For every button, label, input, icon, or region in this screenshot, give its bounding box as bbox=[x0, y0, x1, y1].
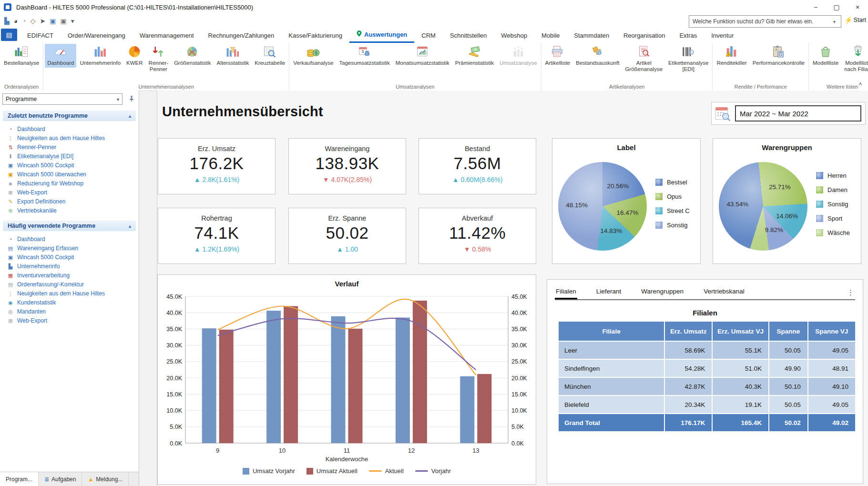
sidebar-item-reduzierung-für-webshop[interactable]: ◈Reduzierung für Webshop bbox=[0, 179, 139, 188]
ribbon-item-label: KWER bbox=[126, 60, 143, 66]
tab-warengruppen[interactable]: Warengruppen bbox=[640, 285, 684, 299]
pin-icon[interactable] bbox=[129, 95, 134, 104]
pie-chart-icon[interactable]: ◕ bbox=[14, 15, 18, 27]
sidebar-item-wincash-5000-cockpit[interactable]: ▣Wincash 5000 Cockpit bbox=[0, 161, 139, 170]
tab-filialen[interactable]: Filialen bbox=[555, 285, 577, 299]
tab-order-wareneingang[interactable]: Order/Wareneingang bbox=[61, 28, 133, 43]
ribbon-item-etikettenanalyse-edi[interactable]: Etikettenanalyse[EDI] bbox=[666, 44, 711, 74]
tab-reorganisation[interactable]: Reorganisation bbox=[616, 28, 672, 43]
tab-auswertungen[interactable]: Auswertungen bbox=[349, 28, 414, 43]
monitor-icon[interactable]: ▣ bbox=[50, 15, 56, 27]
more-icon[interactable]: ▾ bbox=[71, 15, 74, 27]
sidebar-item-mandanten[interactable]: ◎Mandanten bbox=[0, 307, 139, 316]
tab-kasse-fakturierung[interactable]: Kasse/Fakturierung bbox=[281, 28, 349, 43]
sidebar-section-häufig-verwendete-programme[interactable]: Häufig verwendete Programme▴ bbox=[3, 221, 136, 231]
tab-inventur[interactable]: Inventur bbox=[704, 28, 741, 43]
app-menu-button[interactable]: ▤ bbox=[1, 29, 17, 41]
cursor-icon[interactable]: ➤ bbox=[40, 15, 46, 27]
sidebar-item-ordererfassung-korrektur[interactable]: ▤Ordererfassung/-Korrektur bbox=[0, 280, 139, 289]
ribbon-group-artikelanalysen: Artikelliste?BestandsauskunftArtikelGröß… bbox=[541, 43, 713, 91]
ribbon-item-unternehmerinfo[interactable]: Unternehmerinfo bbox=[77, 44, 123, 68]
ribbon-item-artikelliste[interactable]: Artikelliste bbox=[543, 44, 572, 68]
ribbon-item-altersstatistik[interactable]: Altersstatistik bbox=[214, 44, 251, 68]
sidebar-item-web-export[interactable]: ⊞Web-Export bbox=[0, 188, 139, 197]
basket-icon[interactable]: ◇ bbox=[31, 15, 36, 27]
svg-text:20.0K: 20.0K bbox=[166, 375, 182, 382]
tab-lieferant[interactable]: Lieferant bbox=[595, 285, 623, 299]
bottom-tab-program[interactable]: Program... bbox=[0, 472, 39, 486]
programs-combobox[interactable]: Programme ▾ bbox=[2, 93, 123, 105]
tab-stammdaten[interactable]: Stammdaten bbox=[567, 28, 616, 43]
tab-vertriebskanal[interactable]: Vertriebskanal bbox=[703, 285, 745, 299]
bar-chart-icon[interactable]: ▙ bbox=[4, 15, 10, 27]
sidebar-section-zuletzt-benutzte-programme[interactable]: Zuletzt benutzte Programme▴ bbox=[3, 111, 136, 121]
ribbon-item-renditekiller[interactable]: !Renditekiller bbox=[714, 44, 749, 68]
close-button[interactable]: × bbox=[847, 0, 868, 14]
tab-crm[interactable]: CRM bbox=[414, 28, 443, 43]
customer-stats-icon: ◉ bbox=[7, 300, 14, 305]
ribbon-item-umsatzanalyse[interactable]: Umsatzanalyse bbox=[497, 44, 540, 68]
calendar-search-icon[interactable] bbox=[714, 105, 731, 122]
ribbon-collapse-button[interactable]: ˄ bbox=[857, 81, 864, 88]
ribbon-item-performancekontrolle[interactable]: Performancekontrolle bbox=[750, 44, 807, 68]
column-header-erz-umsatz[interactable]: Erz. Umsatz bbox=[665, 322, 712, 341]
gauge-icon[interactable]: ◔ bbox=[22, 15, 26, 27]
search-input[interactable] bbox=[689, 18, 833, 25]
sidebar-item-dashboard[interactable]: ◔Dashboard bbox=[0, 234, 139, 243]
ribbon-item-kreuztabelle[interactable]: Kreuztabelle bbox=[252, 44, 287, 68]
ribbon-item-modellliste[interactable]: Modellliste bbox=[810, 44, 841, 68]
column-header-filiale[interactable]: Filiale bbox=[559, 322, 664, 341]
tab-warenmanagement[interactable]: Warenmanagement bbox=[133, 28, 201, 43]
ribbon-item-größenstatistik[interactable]: Größenstatistik bbox=[172, 44, 213, 68]
tab-mobile[interactable]: Mobile bbox=[534, 28, 567, 43]
bottom-tab-aufgaben[interactable]: ≣Aufgaben bbox=[39, 472, 82, 486]
bottom-tab-meldung[interactable]: ▲Meldung... bbox=[82, 472, 129, 486]
ribbon-item-prämienstatistik[interactable]: Prämienstatistik bbox=[453, 44, 496, 68]
tab-extras[interactable]: Extras bbox=[672, 28, 704, 43]
ribbon-item-verkaufsanalyse[interactable]: $Verkaufsanalyse bbox=[291, 44, 336, 68]
ribbon-item-bestandsauskunft[interactable]: ?Bestandsauskunft bbox=[573, 44, 622, 68]
ribbon-item-dashboard[interactable]: Dashboard bbox=[45, 44, 76, 68]
sidebar-item-kundenstatistik[interactable]: ◉Kundenstatistik bbox=[0, 298, 139, 307]
more-menu-icon[interactable]: ⋮ bbox=[847, 288, 854, 297]
minimize-button[interactable]: − bbox=[805, 0, 826, 14]
sidebar-item-neuigkeiten-aus-dem-hause-hiltes[interactable]: ⋮Neuigkeiten aus dem Hause Hiltes bbox=[0, 289, 139, 298]
svg-text:$: $ bbox=[315, 51, 317, 55]
kpi-label: Erz. Umsatz bbox=[158, 145, 275, 152]
column-header-erz-umsatz-vj[interactable]: Erz. Umsatz VJ bbox=[713, 322, 768, 341]
sidebar-item-etikettenanalyse-edi[interactable]: ‖Etikettenanalyse [EDI] bbox=[0, 152, 139, 161]
date-range-input[interactable]: Mar 2022 ~ Mar 2022 bbox=[735, 105, 861, 122]
start-button[interactable]: ⚡ Start bbox=[844, 16, 866, 24]
sidebar-item-wareneingang-erfassen[interactable]: ▤Wareneingang Erfassen bbox=[0, 243, 139, 253]
tab-rechnungen-zahlungen[interactable]: Rechnungen/Zahlungen bbox=[201, 28, 282, 43]
sidebar-item-renner-penner[interactable]: ⇅Renner-Penner bbox=[0, 142, 139, 152]
ribbon-item-modellliste-nach-filiale[interactable]: Modelllistenach Filiale bbox=[842, 44, 868, 74]
ribbon-item-renner-penner[interactable]: Renner-Penner bbox=[146, 44, 171, 74]
tab-edifact[interactable]: EDIFACT bbox=[20, 28, 61, 43]
kpi-label: Rohertrag bbox=[158, 214, 275, 222]
sidebar-item-unternehmerinfo[interactable]: ▙Unternehmerinfo bbox=[0, 262, 139, 271]
sidebar-item-inventurverarbeitung[interactable]: ▦Inventurverarbeitung bbox=[0, 271, 139, 280]
search-dropdown-icon[interactable]: ▾ bbox=[833, 19, 841, 24]
tab-webshop[interactable]: Webshop bbox=[494, 28, 534, 43]
sidebar-item-dashboard[interactable]: ◔Dashboard bbox=[0, 124, 139, 133]
sidebar-item-wincash-5000-cockpit[interactable]: ▣Wincash 5000 Cockpit bbox=[0, 253, 139, 262]
ribbon-item-monatsumsatzstatistik[interactable]: Monatsumsatzstatistik bbox=[393, 44, 452, 68]
sidebar-item-export-definitionen[interactable]: ✎Export Definitionen bbox=[0, 197, 139, 206]
column-header-spanne-vj[interactable]: Spanne VJ bbox=[808, 322, 855, 341]
ribbon-item-artikel-größenanalyse[interactable]: ArtikelGrößenanalyse bbox=[623, 44, 665, 74]
sidebar-item-web-export[interactable]: ⊞Web-Export bbox=[0, 316, 139, 325]
sidebar-item-vertriebskanäle[interactable]: ⊛Vertriebskanäle bbox=[0, 206, 139, 215]
tab-schnittstellen[interactable]: Schnittstellen bbox=[443, 28, 494, 43]
ribbon-item-kwer[interactable]: KWER bbox=[124, 44, 145, 68]
ribbon-item-tagesumsatzstatistik[interactable]: 3Tagesumsatzstatistik bbox=[337, 44, 392, 68]
maximize-button[interactable]: ▢ bbox=[826, 0, 847, 14]
sidebar-item-wincash-5000-überwachen[interactable]: ▣Wincash 5000 überwachen bbox=[0, 170, 139, 179]
kpi-card-abverkauf: Abverkauf11.42%▼ 0.58% bbox=[419, 208, 536, 264]
monitor-icon-2[interactable]: ▣ bbox=[60, 15, 66, 27]
ribbon-item-bestellanalyse[interactable]: Bestellanalyse bbox=[1, 44, 41, 68]
sidebar-bottom-tabs: Program...≣Aufgaben▲Meldung... bbox=[0, 472, 139, 486]
sidebar-item-neuigkeiten-aus-dem-hause-hiltes[interactable]: ⋮Neuigkeiten aus dem Hause Hiltes bbox=[0, 133, 139, 142]
column-header-spanne[interactable]: Spanne bbox=[769, 322, 807, 341]
clients-icon: ◎ bbox=[7, 309, 14, 314]
